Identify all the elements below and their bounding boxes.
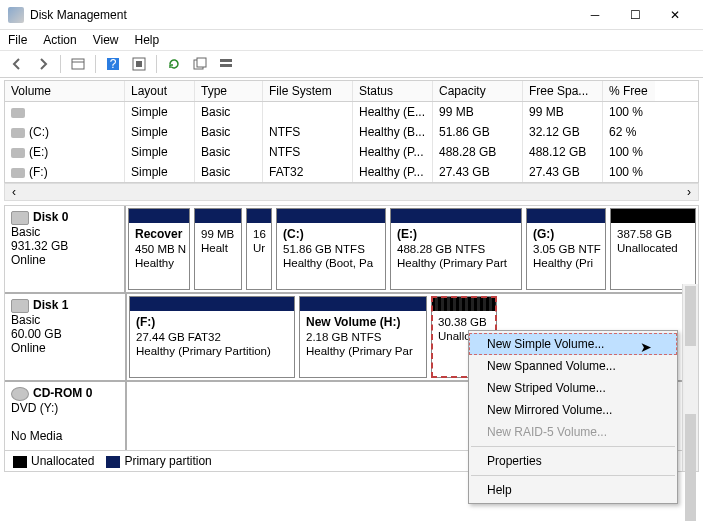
th-filesystem[interactable]: File System (263, 81, 353, 101)
context-menu: New Simple Volume... New Spanned Volume.… (468, 330, 678, 504)
svg-rect-7 (197, 58, 206, 67)
partition[interactable]: 387.58 GBUnallocated (610, 208, 696, 290)
disk1-state: Online (11, 341, 46, 355)
disk-icon (11, 211, 29, 225)
titlebar: Disk Management ─ ☐ ✕ (0, 0, 703, 30)
app-icon (8, 7, 24, 23)
disk1-info[interactable]: Disk 1 Basic 60.00 GB Online (5, 294, 127, 380)
scroll-thumb[interactable] (685, 286, 696, 346)
th-capacity[interactable]: Capacity (433, 81, 523, 101)
legend-swatch-primary (106, 456, 120, 468)
toolbar: ? (0, 50, 703, 78)
settings-button[interactable] (128, 53, 150, 75)
scroll-thumb[interactable] (685, 414, 696, 521)
partition[interactable]: Recover450 MB NHealthy (128, 208, 190, 290)
disk0-type: Basic (11, 225, 40, 239)
menubar: File Action View Help (0, 30, 703, 50)
partition[interactable]: (F:)27.44 GB FAT32Healthy (Primary Parti… (129, 296, 295, 378)
rescan-button[interactable] (189, 53, 211, 75)
legend-swatch-unallocated (13, 456, 27, 468)
table-row[interactable]: (E:)SimpleBasicNTFSHealthy (P...488.28 G… (5, 142, 698, 162)
horizontal-scrollbar[interactable]: ‹ › (4, 183, 699, 201)
cdrom-info[interactable]: CD-ROM 0 DVD (Y:) No Media (5, 382, 127, 450)
menu-help[interactable]: Help (135, 33, 160, 47)
help-button[interactable]: ? (102, 53, 124, 75)
th-status[interactable]: Status (353, 81, 433, 101)
refresh-button[interactable] (163, 53, 185, 75)
ctx-new-spanned-volume[interactable]: New Spanned Volume... (469, 355, 677, 377)
disk0-info[interactable]: Disk 0 Basic 931.32 GB Online (5, 206, 126, 292)
show-hide-button[interactable] (67, 53, 89, 75)
svg-rect-5 (136, 61, 142, 67)
disk1-type: Basic (11, 313, 40, 327)
svg-rect-8 (220, 59, 232, 62)
th-volume[interactable]: Volume (5, 81, 125, 101)
volume-table: Volume Layout Type File System Status Ca… (4, 80, 699, 183)
th-type[interactable]: Type (195, 81, 263, 101)
th-free[interactable]: Free Spa... (523, 81, 603, 101)
partition[interactable]: 16Ur (246, 208, 272, 290)
partition[interactable]: (G:)3.05 GB NTFHealthy (Pri (526, 208, 606, 290)
cdrom-type: DVD (Y:) (11, 401, 58, 415)
disk0-name: Disk 0 (33, 210, 68, 224)
menu-file[interactable]: File (8, 33, 27, 47)
legend-primary: Primary partition (124, 454, 211, 468)
window-title: Disk Management (30, 8, 575, 22)
maximize-button[interactable]: ☐ (615, 1, 655, 29)
close-button[interactable]: ✕ (655, 1, 695, 29)
disk1-name: Disk 1 (33, 298, 68, 312)
disk0-state: Online (11, 253, 46, 267)
menu-view[interactable]: View (93, 33, 119, 47)
partition[interactable]: (C:)51.86 GB NTFSHealthy (Boot, Pa (276, 208, 386, 290)
th-layout[interactable]: Layout (125, 81, 195, 101)
ctx-new-raid5-volume: New RAID-5 Volume... (469, 421, 677, 443)
forward-button[interactable] (32, 53, 54, 75)
cdrom-icon (11, 387, 29, 401)
scroll-right-icon[interactable]: › (680, 184, 698, 200)
menu-action[interactable]: Action (43, 33, 76, 47)
partition[interactable]: (E:)488.28 GB NTFSHealthy (Primary Part (390, 208, 522, 290)
svg-rect-0 (72, 59, 84, 69)
table-row[interactable]: (C:)SimpleBasicNTFSHealthy (B...51.86 GB… (5, 122, 698, 142)
vertical-scrollbar[interactable] (682, 284, 698, 471)
scroll-left-icon[interactable]: ‹ (5, 184, 23, 200)
ctx-new-striped-volume[interactable]: New Striped Volume... (469, 377, 677, 399)
ctx-help[interactable]: Help (469, 479, 677, 501)
svg-text:?: ? (110, 57, 117, 71)
legend-unallocated: Unallocated (31, 454, 94, 468)
table-header: Volume Layout Type File System Status Ca… (5, 81, 698, 102)
minimize-button[interactable]: ─ (575, 1, 615, 29)
disk-row-0: Disk 0 Basic 931.32 GB Online Recover450… (5, 206, 698, 294)
disk0-size: 931.32 GB (11, 239, 68, 253)
cdrom-state: No Media (11, 429, 62, 443)
table-row[interactable]: (F:)SimpleBasicFAT32Healthy (P...27.43 G… (5, 162, 698, 182)
partition[interactable]: New Volume (H:)2.18 GB NTFSHealthy (Prim… (299, 296, 427, 378)
cdrom-name: CD-ROM 0 (33, 386, 92, 400)
action-list-button[interactable] (215, 53, 237, 75)
th-pctfree[interactable]: % Free (603, 81, 655, 101)
svg-rect-9 (220, 64, 232, 67)
disk-icon (11, 299, 29, 313)
ctx-new-simple-volume[interactable]: New Simple Volume... (469, 333, 677, 355)
table-row[interactable]: SimpleBasicHealthy (E...99 MB99 MB100 % (5, 102, 698, 122)
back-button[interactable] (6, 53, 28, 75)
ctx-new-mirrored-volume[interactable]: New Mirrored Volume... (469, 399, 677, 421)
disk1-size: 60.00 GB (11, 327, 62, 341)
partition[interactable]: 99 MBHealt (194, 208, 242, 290)
ctx-properties[interactable]: Properties (469, 450, 677, 472)
